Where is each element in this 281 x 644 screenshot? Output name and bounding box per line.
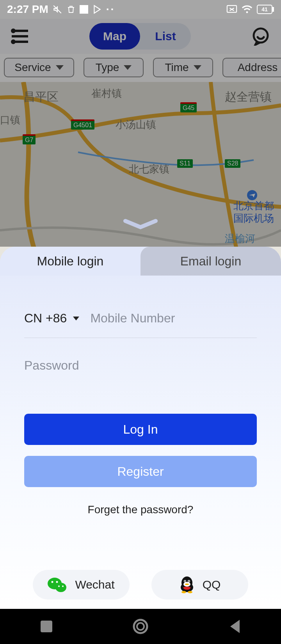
svg-text:41: 41 <box>261 6 268 12</box>
map-label: 小汤山镇 <box>116 118 156 132</box>
recent-apps-button[interactable] <box>40 620 53 633</box>
map-label: 崔村镇 <box>91 87 122 100</box>
qq-icon <box>179 576 195 594</box>
map-label: 国际机场 <box>233 212 274 225</box>
wechat-login-button[interactable]: Wechat <box>33 570 130 600</box>
filter-type[interactable]: Type <box>84 58 144 77</box>
svg-point-19 <box>184 581 185 582</box>
country-code-label: CN +86 <box>24 311 67 326</box>
login-tabs: Mobile login Email login <box>0 247 281 276</box>
filter-address[interactable]: Address <box>222 58 281 77</box>
svg-point-23 <box>188 591 192 593</box>
forgot-password-link[interactable]: Forget the password? <box>24 503 257 516</box>
social-login-row: Wechat QQ <box>0 570 281 600</box>
road-shield: S11 <box>177 159 193 168</box>
map-label: 北七家镇 <box>129 162 169 176</box>
svg-point-9 <box>55 583 66 592</box>
wechat-label: Wechat <box>75 578 114 591</box>
trash-icon <box>66 4 76 14</box>
road-shield: S28 <box>225 159 240 168</box>
svg-point-12 <box>58 585 60 587</box>
svg-point-26 <box>137 623 144 630</box>
country-code-select[interactable]: CN +86 <box>24 311 79 326</box>
map-label: 北京首都 <box>233 199 274 213</box>
road-shield: G45 <box>180 102 197 112</box>
dots-icon: ·· <box>106 3 116 16</box>
svg-point-25 <box>134 620 147 633</box>
wechat-icon <box>48 576 67 593</box>
mute-icon <box>52 4 62 14</box>
password-input-row: Password <box>24 346 257 385</box>
chevron-down-icon <box>56 65 64 70</box>
back-button[interactable] <box>228 619 241 634</box>
svg-point-5 <box>12 41 14 43</box>
svg-point-10 <box>52 581 53 583</box>
road-shield: G4501 <box>71 119 94 130</box>
status-time: 2:27 PM <box>7 3 48 16</box>
system-nav-bar <box>0 609 281 644</box>
qq-label: QQ <box>203 578 221 591</box>
svg-point-6 <box>254 28 268 43</box>
login-button[interactable]: Log In <box>24 414 257 445</box>
top-nav: Map List <box>0 19 281 54</box>
map-tab[interactable]: Map <box>89 23 140 50</box>
sheet-handle-icon[interactable] <box>123 219 158 230</box>
svg-point-11 <box>56 581 58 583</box>
svg-point-21 <box>185 584 189 585</box>
chevron-down-icon <box>194 65 201 70</box>
mobile-input-row: CN +86 Mobile Number <box>24 299 257 338</box>
mobile-input[interactable]: Mobile Number <box>90 311 175 326</box>
chat-icon[interactable] <box>251 27 270 46</box>
view-toggle: Map List <box>89 23 191 50</box>
filter-service[interactable]: Service <box>4 58 74 77</box>
menu-icon[interactable] <box>11 28 29 44</box>
home-button[interactable] <box>132 618 149 635</box>
wifi-icon <box>241 5 253 14</box>
status-bar: 2:27 PM ·· 41 <box>0 0 281 19</box>
chevron-down-icon <box>124 65 132 70</box>
filter-time[interactable]: Time <box>153 58 213 77</box>
airport-icon <box>247 190 258 201</box>
svg-point-4 <box>12 30 14 32</box>
tab-mobile-login[interactable]: Mobile login <box>0 247 140 276</box>
map-label: 口镇 <box>0 113 20 127</box>
svg-point-20 <box>188 581 189 582</box>
cast-icon <box>226 5 237 14</box>
svg-rect-2 <box>272 7 274 11</box>
svg-point-22 <box>181 591 186 593</box>
password-input[interactable]: Password <box>24 358 79 373</box>
register-button[interactable]: Register <box>24 456 257 487</box>
login-sheet: Mobile login Email login CN +86 Mobile N… <box>0 247 281 609</box>
road-shield: G7 <box>23 134 36 144</box>
square-icon <box>80 5 88 14</box>
svg-point-13 <box>62 585 64 587</box>
map-label: 赵全营镇 <box>225 89 272 105</box>
svg-rect-24 <box>41 621 52 632</box>
battery-icon: 41 <box>257 5 274 14</box>
list-tab[interactable]: List <box>140 23 191 50</box>
play-store-icon <box>92 4 102 14</box>
map-label: 昌平区 <box>23 89 59 105</box>
tab-email-login[interactable]: Email login <box>140 247 281 276</box>
map-label: 温榆河 <box>225 232 255 246</box>
chevron-down-icon <box>73 317 79 320</box>
qq-login-button[interactable]: QQ <box>151 570 248 600</box>
filter-bar: Service Type Time Address <box>0 58 281 86</box>
